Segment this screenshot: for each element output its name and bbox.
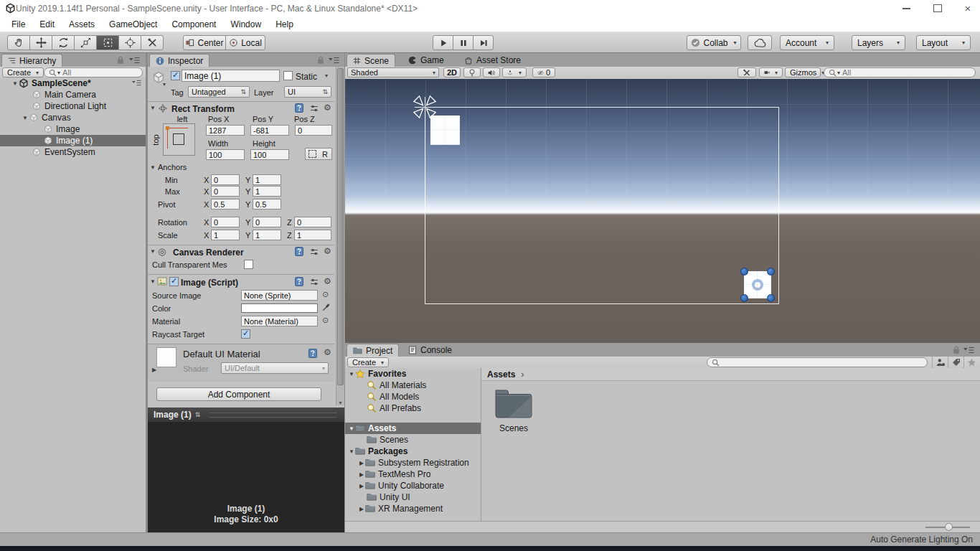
scroll-down-arrow[interactable]: ▼ [338, 400, 343, 405]
hierarchy-item-scene[interactable]: ▼ SampleScene* [0, 77, 146, 89]
scene-search-input[interactable]: ▾ All [824, 67, 976, 77]
tree-unity-collaborate[interactable]: ▶ Unity Collaborate [345, 480, 481, 491]
tree-subsystem-registration[interactable]: ▶ Subsystem Registration [345, 457, 481, 468]
rect-transform-foldout[interactable]: ▼ [149, 105, 156, 111]
game-tab[interactable]: Game [402, 54, 450, 67]
tree-packages[interactable]: ▼ Packages [345, 446, 481, 457]
maximize-button[interactable] [927, 0, 948, 17]
height-field[interactable] [250, 149, 289, 160]
gameobject-name-field[interactable] [182, 70, 280, 82]
presets-icon[interactable] [310, 104, 319, 113]
gear-icon[interactable]: ⚙ [324, 246, 331, 256]
close-button[interactable]: × [957, 0, 979, 17]
rect-handle-bottom-left[interactable] [740, 294, 748, 302]
play-button[interactable] [433, 35, 453, 50]
rect-handle-top-right[interactable] [767, 268, 775, 276]
scene-image-1-selected[interactable] [744, 271, 771, 298]
pivot-local-button[interactable]: Local [225, 35, 265, 50]
hierarchy-item-image-1-selected[interactable]: Image (1) [0, 135, 146, 146]
pos-z-field[interactable] [295, 125, 332, 136]
inspector-tab[interactable]: Inspector [149, 54, 209, 67]
menu-file[interactable]: File [4, 18, 32, 31]
tree-textmesh-pro[interactable]: ▶ TextMesh Pro [345, 468, 481, 480]
gizmos-dropdown[interactable]: Gizmos▾ [785, 67, 821, 77]
preview-drag-handle[interactable] [209, 413, 337, 418]
tree-all-materials[interactable]: All Materials [345, 380, 481, 391]
tree-unity-ui[interactable]: Unity UI [345, 491, 481, 503]
project-tab[interactable]: Project [347, 344, 399, 357]
custom-tool-button[interactable] [141, 35, 164, 50]
pivot-x-field[interactable] [211, 199, 240, 209]
hierarchy-item-eventsystem[interactable]: EventSystem [0, 146, 146, 158]
foldout-icon[interactable]: ▼ [11, 80, 19, 87]
color-swatch[interactable] [241, 303, 318, 313]
asset-store-tab[interactable]: Asset Store [458, 54, 527, 67]
auto-generate-lighting-status[interactable]: Auto Generate Lighting On [870, 534, 973, 545]
hierarchy-tab[interactable]: Hierarchy [1, 54, 62, 67]
scale-z-field[interactable] [294, 230, 331, 240]
eyedropper-icon[interactable] [322, 303, 331, 311]
collab-dropdown[interactable]: Collab▾ [687, 35, 741, 50]
cloud-button[interactable] [748, 35, 772, 50]
menu-component[interactable]: Component [164, 18, 223, 31]
project-create-button[interactable]: Create▾ [347, 357, 389, 367]
tree-all-prefabs[interactable]: All Prefabs [345, 402, 481, 414]
help-icon[interactable] [295, 247, 303, 256]
lock-icon[interactable] [953, 346, 960, 354]
presets-icon[interactable] [310, 278, 319, 286]
gear-icon[interactable]: ⚙ [324, 103, 331, 113]
hierarchy-item-main-camera[interactable]: Main Camera [0, 89, 146, 100]
search-by-label-button[interactable] [948, 357, 963, 368]
blueprint-mode-button[interactable] [305, 148, 319, 160]
inspector-scrollbar[interactable]: ▼ [336, 67, 344, 405]
add-component-button[interactable]: Add Component [156, 387, 321, 401]
menu-window[interactable]: Window [223, 18, 268, 31]
width-field[interactable] [206, 149, 245, 160]
image-script-foldout[interactable]: ▼ [149, 278, 156, 285]
hierarchy-create-button[interactable]: Create▾ [2, 67, 44, 77]
shader-dropdown[interactable]: UI/Default▾ [221, 362, 329, 374]
account-dropdown[interactable]: Account▾ [780, 35, 834, 50]
lock-icon[interactable] [317, 56, 324, 65]
help-icon[interactable] [308, 349, 317, 358]
console-tab[interactable]: Console [402, 344, 458, 357]
rotation-y-field[interactable] [253, 217, 281, 227]
anchor-max-x-field[interactable] [211, 186, 240, 197]
cull-transparent-mesh-checkbox[interactable] [244, 260, 253, 269]
object-picker-icon[interactable]: ⊙ [322, 290, 329, 299]
pivot-y-field[interactable] [253, 199, 281, 209]
tree-favorites[interactable]: ▼ Favorites [345, 368, 481, 380]
asset-item-scenes[interactable]: Scenes [490, 387, 537, 433]
scale-x-field[interactable] [211, 230, 240, 240]
menu-help[interactable]: Help [268, 18, 301, 31]
minimize-button[interactable] [895, 0, 917, 17]
rect-tool-button[interactable] [96, 35, 119, 50]
project-search-input[interactable] [707, 357, 928, 367]
hand-tool-button[interactable] [7, 35, 30, 50]
gear-icon[interactable]: ⚙ [324, 276, 331, 286]
anchor-min-x-field[interactable] [211, 174, 240, 185]
rotation-x-field[interactable] [211, 217, 240, 227]
lock-icon[interactable] [117, 56, 124, 65]
hidden-objects-button[interactable]: 0 [532, 67, 555, 77]
hierarchy-item-canvas[interactable]: ▼ Canvas [0, 112, 146, 123]
shading-mode-dropdown[interactable]: Shaded▾ [347, 67, 439, 77]
help-icon[interactable] [295, 277, 303, 286]
pause-button[interactable] [453, 35, 473, 50]
panel-menu-icon[interactable] [329, 57, 339, 64]
object-picker-icon[interactable]: ⊙ [322, 316, 329, 325]
pivot-center-button[interactable]: Center [183, 35, 226, 50]
scene-image-object[interactable] [430, 116, 460, 145]
tree-all-models[interactable]: All Models [345, 391, 481, 402]
material-thumbnail[interactable] [156, 347, 176, 367]
active-checkbox[interactable] [171, 71, 180, 80]
hierarchy-search-input[interactable]: ▾ All [44, 67, 143, 77]
search-by-type-button[interactable] [932, 357, 948, 368]
image-enabled-checkbox[interactable] [169, 277, 179, 286]
layers-dropdown[interactable]: Layers▾ [852, 35, 905, 50]
menu-edit[interactable]: Edit [32, 18, 62, 31]
anchor-min-y-field[interactable] [253, 174, 281, 185]
static-caret[interactable]: ▾ [325, 72, 328, 79]
foldout-icon[interactable]: ▼ [22, 115, 29, 121]
panel-menu-icon[interactable] [129, 57, 140, 64]
